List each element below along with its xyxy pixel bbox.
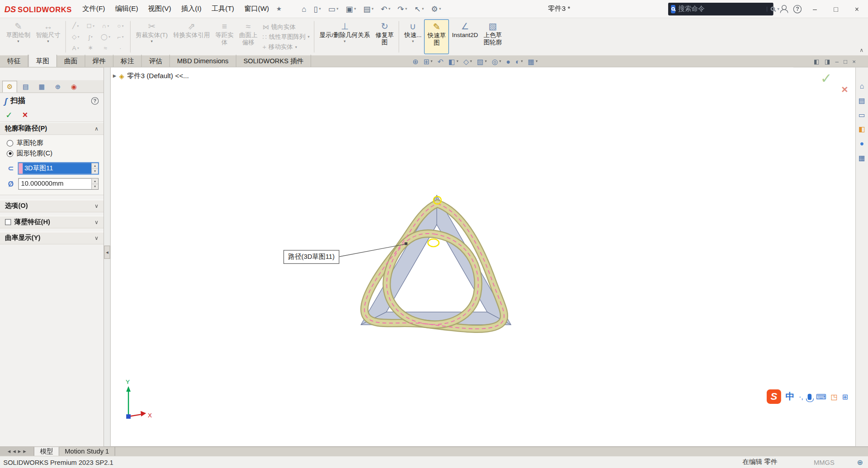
tab-motion-study[interactable]: Motion Study 1 xyxy=(59,447,115,456)
help-icon[interactable]: ? xyxy=(793,5,802,13)
confirm-check-icon[interactable]: ✓ xyxy=(821,70,832,87)
ok-button[interactable]: ✓ xyxy=(5,110,12,120)
tab-sketch[interactable]: 草图 xyxy=(28,55,57,67)
previous-tab-icon[interactable]: ◀ xyxy=(13,449,16,454)
arc-tool-button[interactable]: ∩▾ xyxy=(98,20,113,31)
polygon-tool-button[interactable]: ◇▾ xyxy=(68,31,83,42)
section-options[interactable]: 选项(O) ∨ xyxy=(0,200,104,212)
doc-restore-icon[interactable]: □ xyxy=(844,58,847,65)
menu-view[interactable]: 视图(V) xyxy=(143,0,176,18)
convert-entities-button[interactable]: ⇗ 转换实体引用 xyxy=(170,19,212,54)
account-icon[interactable] xyxy=(779,5,788,13)
pin-menu-icon[interactable]: ★ xyxy=(274,5,287,13)
spline-2-tool-button[interactable]: ≈ xyxy=(98,42,113,53)
text-tool-button[interactable]: A▾ xyxy=(68,42,83,53)
last-tab-icon[interactable]: ▶ xyxy=(23,449,26,454)
ime-mode-indicator[interactable]: 中 xyxy=(786,391,795,402)
view-settings-button[interactable]: ▦▾ xyxy=(528,57,538,66)
menu-file[interactable]: 文件(F) xyxy=(77,0,110,18)
custom-properties-icon[interactable]: ▦ xyxy=(859,154,865,163)
ime-punctuation-icon[interactable]: ·, xyxy=(799,393,803,401)
keyboard-icon[interactable]: ⌨ xyxy=(816,393,826,401)
graphics-viewport[interactable]: Y X ▶ ◈ 零件3 (Default) <<... 路径(3D草图11) ✓… xyxy=(111,67,855,446)
file-explorer-icon[interactable]: ▭ xyxy=(859,111,865,120)
path-spinner[interactable]: ▴ ▾ xyxy=(91,163,98,173)
expander-icon[interactable]: ▶ xyxy=(113,74,117,79)
thin-feature-checkbox[interactable] xyxy=(5,219,11,225)
display-manager-tab[interactable]: ◉ xyxy=(66,81,81,93)
diameter-field[interactable]: 10.000000mm ▴ ▾ xyxy=(18,178,99,190)
first-tab-icon[interactable]: ◀ xyxy=(8,449,11,454)
feature-manager-tab[interactable]: ▤ xyxy=(18,81,33,93)
doc-close-icon[interactable]: × xyxy=(852,58,856,65)
window-minimize-button[interactable]: – xyxy=(807,0,822,18)
model-canvas[interactable]: Y X xyxy=(111,67,855,446)
section-thin-feature[interactable]: 薄壁特征(H) ∨ xyxy=(0,216,104,229)
zoom-area-button[interactable]: ⊞▾ xyxy=(424,57,433,66)
surface-offset-button[interactable]: ≈ 曲面上 偏移 xyxy=(236,19,260,54)
apply-scene-button[interactable]: ◐▾ xyxy=(515,57,523,66)
confirm-cancel-icon[interactable]: × xyxy=(841,83,848,96)
rectangle-tool-button[interactable]: ◻▾ xyxy=(83,20,98,31)
window-close-button[interactable]: × xyxy=(849,0,864,18)
path-selection-field[interactable]: 3D草图11 ▴ ▾ xyxy=(18,163,99,174)
menu-insert[interactable]: 插入(I) xyxy=(176,0,207,18)
path-callout[interactable]: 路径(3D草图11) xyxy=(283,250,340,264)
feature-tree-root[interactable]: 零件3 (Default) <<... xyxy=(127,71,189,81)
display-delete-relations-button[interactable]: ⊥ 显示/删除几何关系 ▾ xyxy=(317,19,373,54)
smart-dimension-button[interactable]: ↔ 智能尺寸 ▾ xyxy=(33,19,63,54)
tab-solidworks-addins[interactable]: SOLIDWORKS 插件 xyxy=(236,55,311,67)
panel-splitter[interactable]: ◂ xyxy=(104,67,111,446)
diameter-spinner[interactable]: ▴ ▾ xyxy=(91,179,98,189)
hide-show-items-button[interactable]: ◎▾ xyxy=(492,57,501,66)
move-entities-button[interactable]: + 移动实体 ▾ xyxy=(262,42,309,51)
fillet-tool-button[interactable]: ⌐▾ xyxy=(113,31,128,42)
instant2d-button[interactable]: ∠ Instant2D xyxy=(449,19,481,54)
menu-window[interactable]: 窗口(W) xyxy=(239,0,274,18)
help-icon[interactable]: ? xyxy=(91,97,99,105)
display-style-button[interactable]: ▧▾ xyxy=(477,57,487,66)
design-library-icon[interactable]: ▤ xyxy=(859,96,865,105)
sketch-button[interactable]: ✎ 草图绘制 ▾ xyxy=(3,19,33,54)
view-orientation-button[interactable]: ◇▾ xyxy=(463,57,472,66)
circle-tool-button[interactable]: ○▾ xyxy=(113,20,128,31)
tab-markup[interactable]: 标注 xyxy=(113,55,142,67)
window-maximize-button[interactable]: □ xyxy=(828,0,844,18)
quick-snaps-button[interactable]: ∪ 快速... ▾ xyxy=(401,19,424,54)
search-input[interactable] xyxy=(678,5,764,13)
units-indicator[interactable]: MMGS xyxy=(814,458,835,466)
scenes-icon[interactable]: ● xyxy=(860,140,864,149)
feature-tree-flyout[interactable]: ▶ ◈ 零件3 (Default) <<... xyxy=(113,71,189,81)
radio-sketch-profile[interactable]: 草图轮廓 xyxy=(7,138,99,148)
pane-left-icon[interactable]: ◧ xyxy=(814,58,820,65)
trim-entities-button[interactable]: ✂ 剪裁实体(T) ▾ xyxy=(133,19,170,54)
section-profile-and-path[interactable]: 轮廓和路径(P) ∧ xyxy=(0,122,104,135)
repair-sketch-button[interactable]: ↻ 修复草 图 xyxy=(373,19,396,54)
tab-mbd-dimensions[interactable]: MBD Dimensions xyxy=(170,55,236,67)
configuration-manager-tab[interactable]: ▦ xyxy=(34,81,49,93)
dimxpert-manager-tab[interactable]: ⊕ xyxy=(50,81,65,93)
edit-appearance-button[interactable]: ● xyxy=(506,57,510,66)
appearances-icon[interactable]: ◧ xyxy=(859,125,865,134)
tab-weldments[interactable]: 焊件 xyxy=(85,55,113,67)
globe-icon[interactable]: ⊕ xyxy=(857,458,863,466)
property-manager-tab[interactable]: ⚙ xyxy=(2,81,17,93)
linear-sketch-pattern-button[interactable]: ∷ 线性草图阵列 ▾ xyxy=(262,33,309,41)
ellipse-tool-button[interactable]: ◯▾ xyxy=(98,31,113,42)
cancel-button[interactable]: × xyxy=(23,110,28,120)
home-tab-icon[interactable]: ⌂ xyxy=(860,82,864,91)
tab-model[interactable]: 模型 xyxy=(34,447,59,456)
open-button[interactable]: ▭▾ xyxy=(328,5,339,13)
sogou-logo-icon[interactable]: S xyxy=(767,389,781,404)
redo-button[interactable]: ↷▾ xyxy=(397,5,407,13)
mirror-entities-button[interactable]: ⋈ 镜向实体 xyxy=(262,23,309,31)
save-button[interactable]: ▣▾ xyxy=(346,5,356,13)
spline-tool-button[interactable]: ʃ▾ xyxy=(83,31,98,42)
ime-skin-icon[interactable]: ◳ xyxy=(831,393,838,401)
next-tab-icon[interactable]: ▶ xyxy=(18,449,21,454)
menu-tools[interactable]: 工具(T) xyxy=(207,0,239,18)
point-tool-button[interactable]: ∗ xyxy=(83,42,98,53)
radio-circular-profile[interactable]: 圆形轮廓(C) xyxy=(7,148,99,159)
command-search[interactable]: ▾ xyxy=(668,3,774,15)
zoom-fit-button[interactable]: ⊕ xyxy=(412,57,418,66)
